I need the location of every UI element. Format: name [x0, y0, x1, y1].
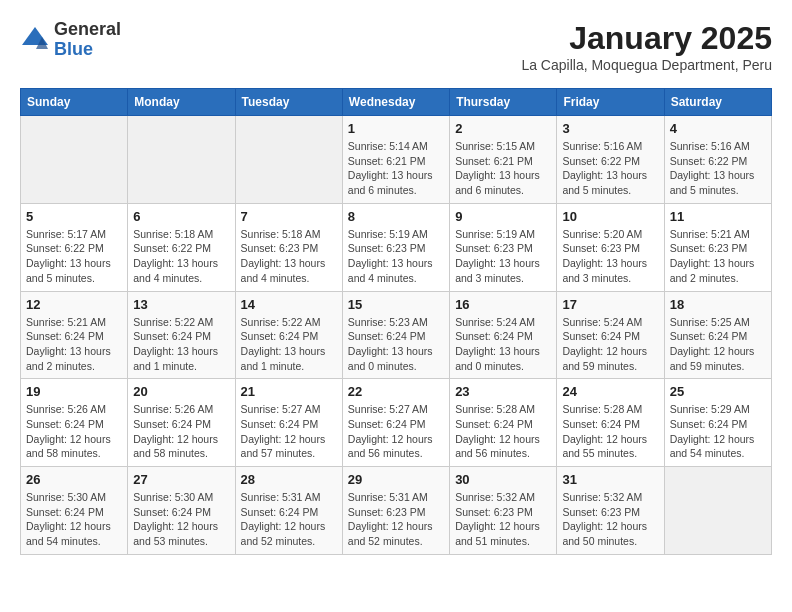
day-info: Sunrise: 5:22 AMSunset: 6:24 PMDaylight:…: [133, 315, 229, 374]
calendar-cell: 17Sunrise: 5:24 AMSunset: 6:24 PMDayligh…: [557, 291, 664, 379]
day-info: Sunrise: 5:26 AMSunset: 6:24 PMDaylight:…: [26, 402, 122, 461]
day-number: 25: [670, 384, 766, 399]
calendar-cell: 30Sunrise: 5:32 AMSunset: 6:23 PMDayligh…: [450, 467, 557, 555]
day-info: Sunrise: 5:31 AMSunset: 6:24 PMDaylight:…: [241, 490, 337, 549]
calendar-cell: 14Sunrise: 5:22 AMSunset: 6:24 PMDayligh…: [235, 291, 342, 379]
day-number: 17: [562, 297, 658, 312]
calendar-cell: 9Sunrise: 5:19 AMSunset: 6:23 PMDaylight…: [450, 203, 557, 291]
day-number: 23: [455, 384, 551, 399]
calendar-cell: 13Sunrise: 5:22 AMSunset: 6:24 PMDayligh…: [128, 291, 235, 379]
day-info: Sunrise: 5:18 AMSunset: 6:23 PMDaylight:…: [241, 227, 337, 286]
day-info: Sunrise: 5:25 AMSunset: 6:24 PMDaylight:…: [670, 315, 766, 374]
day-number: 27: [133, 472, 229, 487]
day-info: Sunrise: 5:19 AMSunset: 6:23 PMDaylight:…: [455, 227, 551, 286]
day-number: 24: [562, 384, 658, 399]
calendar-table: SundayMondayTuesdayWednesdayThursdayFrid…: [20, 88, 772, 555]
day-number: 15: [348, 297, 444, 312]
day-info: Sunrise: 5:16 AMSunset: 6:22 PMDaylight:…: [670, 139, 766, 198]
day-info: Sunrise: 5:32 AMSunset: 6:23 PMDaylight:…: [455, 490, 551, 549]
weekday-header-row: SundayMondayTuesdayWednesdayThursdayFrid…: [21, 89, 772, 116]
calendar-cell: 5Sunrise: 5:17 AMSunset: 6:22 PMDaylight…: [21, 203, 128, 291]
calendar-cell: 28Sunrise: 5:31 AMSunset: 6:24 PMDayligh…: [235, 467, 342, 555]
calendar-cell: 15Sunrise: 5:23 AMSunset: 6:24 PMDayligh…: [342, 291, 449, 379]
day-info: Sunrise: 5:19 AMSunset: 6:23 PMDaylight:…: [348, 227, 444, 286]
day-info: Sunrise: 5:27 AMSunset: 6:24 PMDaylight:…: [241, 402, 337, 461]
day-number: 18: [670, 297, 766, 312]
day-number: 4: [670, 121, 766, 136]
calendar-cell: 8Sunrise: 5:19 AMSunset: 6:23 PMDaylight…: [342, 203, 449, 291]
calendar-cell: 25Sunrise: 5:29 AMSunset: 6:24 PMDayligh…: [664, 379, 771, 467]
day-number: 22: [348, 384, 444, 399]
day-number: 13: [133, 297, 229, 312]
weekday-header-thursday: Thursday: [450, 89, 557, 116]
calendar-cell: 20Sunrise: 5:26 AMSunset: 6:24 PMDayligh…: [128, 379, 235, 467]
day-info: Sunrise: 5:30 AMSunset: 6:24 PMDaylight:…: [26, 490, 122, 549]
day-info: Sunrise: 5:17 AMSunset: 6:22 PMDaylight:…: [26, 227, 122, 286]
day-info: Sunrise: 5:31 AMSunset: 6:23 PMDaylight:…: [348, 490, 444, 549]
day-number: 20: [133, 384, 229, 399]
day-info: Sunrise: 5:22 AMSunset: 6:24 PMDaylight:…: [241, 315, 337, 374]
logo-icon: [20, 25, 50, 55]
weekday-header-tuesday: Tuesday: [235, 89, 342, 116]
day-info: Sunrise: 5:21 AMSunset: 6:23 PMDaylight:…: [670, 227, 766, 286]
day-info: Sunrise: 5:26 AMSunset: 6:24 PMDaylight:…: [133, 402, 229, 461]
calendar-cell: [21, 116, 128, 204]
day-info: Sunrise: 5:16 AMSunset: 6:22 PMDaylight:…: [562, 139, 658, 198]
title-block: January 2025 La Capilla, Moquegua Depart…: [521, 20, 772, 73]
calendar-cell: 26Sunrise: 5:30 AMSunset: 6:24 PMDayligh…: [21, 467, 128, 555]
calendar-cell: 3Sunrise: 5:16 AMSunset: 6:22 PMDaylight…: [557, 116, 664, 204]
day-info: Sunrise: 5:32 AMSunset: 6:23 PMDaylight:…: [562, 490, 658, 549]
day-info: Sunrise: 5:18 AMSunset: 6:22 PMDaylight:…: [133, 227, 229, 286]
day-number: 26: [26, 472, 122, 487]
day-number: 2: [455, 121, 551, 136]
calendar-week-row: 19Sunrise: 5:26 AMSunset: 6:24 PMDayligh…: [21, 379, 772, 467]
day-number: 7: [241, 209, 337, 224]
calendar-cell: 19Sunrise: 5:26 AMSunset: 6:24 PMDayligh…: [21, 379, 128, 467]
calendar-week-row: 26Sunrise: 5:30 AMSunset: 6:24 PMDayligh…: [21, 467, 772, 555]
calendar-cell: [664, 467, 771, 555]
day-number: 31: [562, 472, 658, 487]
page-header: General Blue January 2025 La Capilla, Mo…: [20, 20, 772, 73]
calendar-cell: 6Sunrise: 5:18 AMSunset: 6:22 PMDaylight…: [128, 203, 235, 291]
weekday-header-wednesday: Wednesday: [342, 89, 449, 116]
day-number: 11: [670, 209, 766, 224]
day-info: Sunrise: 5:30 AMSunset: 6:24 PMDaylight:…: [133, 490, 229, 549]
day-number: 16: [455, 297, 551, 312]
logo: General Blue: [20, 20, 121, 60]
day-number: 12: [26, 297, 122, 312]
day-info: Sunrise: 5:14 AMSunset: 6:21 PMDaylight:…: [348, 139, 444, 198]
day-number: 3: [562, 121, 658, 136]
calendar-cell: [128, 116, 235, 204]
day-number: 28: [241, 472, 337, 487]
calendar-cell: 1Sunrise: 5:14 AMSunset: 6:21 PMDaylight…: [342, 116, 449, 204]
day-number: 30: [455, 472, 551, 487]
day-info: Sunrise: 5:20 AMSunset: 6:23 PMDaylight:…: [562, 227, 658, 286]
day-number: 10: [562, 209, 658, 224]
weekday-header-friday: Friday: [557, 89, 664, 116]
calendar-week-row: 1Sunrise: 5:14 AMSunset: 6:21 PMDaylight…: [21, 116, 772, 204]
calendar-cell: 18Sunrise: 5:25 AMSunset: 6:24 PMDayligh…: [664, 291, 771, 379]
day-number: 8: [348, 209, 444, 224]
weekday-header-monday: Monday: [128, 89, 235, 116]
weekday-header-sunday: Sunday: [21, 89, 128, 116]
day-number: 14: [241, 297, 337, 312]
day-info: Sunrise: 5:27 AMSunset: 6:24 PMDaylight:…: [348, 402, 444, 461]
calendar-cell: 4Sunrise: 5:16 AMSunset: 6:22 PMDaylight…: [664, 116, 771, 204]
calendar-cell: 12Sunrise: 5:21 AMSunset: 6:24 PMDayligh…: [21, 291, 128, 379]
weekday-header-saturday: Saturday: [664, 89, 771, 116]
calendar-cell: 22Sunrise: 5:27 AMSunset: 6:24 PMDayligh…: [342, 379, 449, 467]
day-number: 19: [26, 384, 122, 399]
day-info: Sunrise: 5:28 AMSunset: 6:24 PMDaylight:…: [455, 402, 551, 461]
calendar-week-row: 12Sunrise: 5:21 AMSunset: 6:24 PMDayligh…: [21, 291, 772, 379]
calendar-cell: 11Sunrise: 5:21 AMSunset: 6:23 PMDayligh…: [664, 203, 771, 291]
calendar-cell: 23Sunrise: 5:28 AMSunset: 6:24 PMDayligh…: [450, 379, 557, 467]
logo-general-text: General: [54, 20, 121, 40]
day-number: 6: [133, 209, 229, 224]
day-info: Sunrise: 5:28 AMSunset: 6:24 PMDaylight:…: [562, 402, 658, 461]
month-title: January 2025: [521, 20, 772, 57]
calendar-cell: [235, 116, 342, 204]
calendar-cell: 24Sunrise: 5:28 AMSunset: 6:24 PMDayligh…: [557, 379, 664, 467]
calendar-cell: 29Sunrise: 5:31 AMSunset: 6:23 PMDayligh…: [342, 467, 449, 555]
location-subtitle: La Capilla, Moquegua Department, Peru: [521, 57, 772, 73]
day-info: Sunrise: 5:24 AMSunset: 6:24 PMDaylight:…: [562, 315, 658, 374]
